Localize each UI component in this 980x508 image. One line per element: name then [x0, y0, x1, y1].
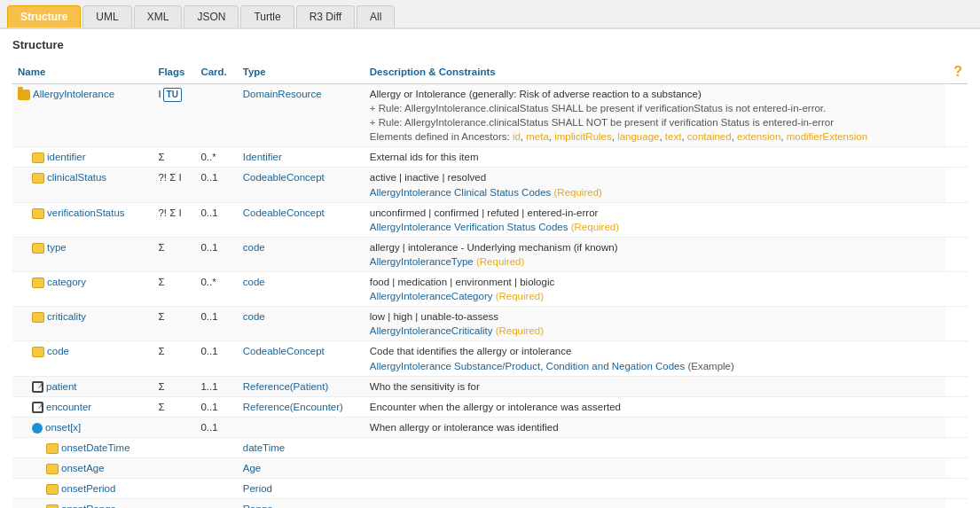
- field-name-link[interactable]: onsetDateTime: [61, 442, 130, 453]
- desc-text: low | high | unable-to-assess: [370, 309, 940, 324]
- table-row: onset[x]0..1When allergy or intolerance …: [12, 417, 968, 437]
- tab-structure[interactable]: Structure: [7, 5, 81, 27]
- ancestor-link[interactable]: language: [617, 131, 659, 142]
- card-cell: [195, 84, 237, 147]
- type-link[interactable]: CodeableConcept: [243, 207, 325, 218]
- col-help[interactable]: ?: [945, 60, 968, 84]
- desc-cell: Encounter when the allergy or intoleranc…: [365, 396, 945, 417]
- type-cell: Identifier: [238, 147, 365, 168]
- ancestor-link[interactable]: implicitRules: [554, 131, 612, 142]
- field-name-link[interactable]: onsetPeriod: [61, 483, 115, 494]
- ancestor-link[interactable]: id: [513, 131, 521, 142]
- type-link[interactable]: code: [243, 311, 265, 322]
- flags-cell: ITU: [153, 84, 195, 147]
- type-cell: dateTime: [238, 437, 365, 457]
- field-name-link[interactable]: identifier: [47, 152, 85, 162]
- ref-icon: ↗: [32, 402, 43, 413]
- flags-cell: [153, 499, 195, 508]
- required-badge: (Required): [568, 222, 620, 232]
- col-name: Name: [12, 60, 153, 84]
- desc-text: unconfirmed | confirmed | refuted | ente…: [370, 206, 940, 220]
- desc-sub: AllergyIntoleranceType (Required): [370, 254, 940, 269]
- desc-cell: [365, 479, 945, 499]
- flags-cell: Σ: [153, 396, 195, 417]
- table-row: ↗patientΣ1..1Reference(Patient)Who the s…: [12, 376, 968, 396]
- desc-cell: [365, 457, 945, 478]
- valueset-link[interactable]: AllergyIntoleranceCriticality: [370, 325, 493, 336]
- field-name-link[interactable]: type: [47, 242, 67, 253]
- element-icon: [46, 484, 59, 495]
- table-row: criticalityΣ0..1codelow | high | unable-…: [12, 307, 968, 341]
- valueset-link[interactable]: AllergyIntolerance Verification Status C…: [370, 222, 568, 232]
- ancestor-link[interactable]: contained: [687, 131, 732, 142]
- valueset-link[interactable]: AllergyIntolerance Clinical Status Codes: [370, 187, 552, 198]
- desc-cell: [365, 499, 945, 508]
- ancestor-link[interactable]: text: [665, 131, 682, 142]
- valueset-link[interactable]: AllergyIntolerance Substance/Product, Co…: [370, 361, 685, 371]
- element-icon: [32, 173, 44, 184]
- card-cell: 0..1: [195, 307, 237, 341]
- desc-cell: active | inactive | resolvedAllergyIntol…: [365, 168, 945, 202]
- col-type: Type: [238, 60, 365, 84]
- type-link[interactable]: Identifier: [243, 152, 282, 162]
- desc-cell: food | medication | environment | biolog…: [365, 272, 945, 307]
- desc-text: Encounter when the allergy or intoleranc…: [370, 400, 940, 414]
- tab-uml[interactable]: UML: [82, 5, 131, 27]
- type-link[interactable]: CodeableConcept: [243, 346, 325, 356]
- ancestor-link[interactable]: extension: [737, 131, 780, 142]
- tab-all[interactable]: All: [357, 5, 395, 27]
- table-row: onsetPeriodPeriod: [12, 479, 968, 499]
- type-link[interactable]: Range: [243, 504, 273, 508]
- card-cell: 0..1: [195, 341, 237, 376]
- type-link[interactable]: dateTime: [243, 442, 286, 453]
- field-name-link[interactable]: onset[x]: [45, 422, 81, 433]
- type-link[interactable]: CodeableConcept: [243, 172, 325, 183]
- type-link[interactable]: code: [243, 277, 265, 287]
- type-link[interactable]: Reference(Patient): [243, 381, 329, 392]
- valueset-link[interactable]: AllergyIntoleranceCategory: [370, 291, 493, 301]
- field-name-link[interactable]: AllergyIntolerance: [33, 89, 114, 99]
- col-desc: Description & Constraints: [365, 60, 945, 84]
- desc-text: allergy | intolerance - Underlying mecha…: [370, 240, 940, 254]
- type-cell: CodeableConcept: [238, 202, 365, 237]
- type-link[interactable]: code: [243, 242, 265, 253]
- desc-cell: low | high | unable-to-assessAllergyInto…: [365, 307, 945, 341]
- ancestor-link[interactable]: modifierExtension: [787, 131, 867, 142]
- desc-extra: + Rule: AllergyIntolerance.clinicalStatu…: [370, 115, 940, 129]
- example-badge: (Example): [685, 361, 734, 371]
- field-name-link[interactable]: category: [47, 277, 86, 287]
- tab-xml[interactable]: XML: [134, 5, 183, 27]
- type-cell: CodeableConcept: [238, 341, 365, 376]
- flags-cell: Σ: [153, 341, 195, 376]
- field-name-link[interactable]: criticality: [47, 311, 86, 322]
- type-link[interactable]: DomainResource: [243, 89, 322, 99]
- tab-bar: Structure UML XML JSON Turtle R3 Diff Al…: [0, 0, 980, 29]
- type-link[interactable]: Age: [243, 463, 261, 473]
- card-cell: [195, 499, 237, 508]
- type-link[interactable]: Period: [243, 483, 272, 494]
- field-name-link[interactable]: encounter: [46, 402, 91, 412]
- ancestor-link[interactable]: meta: [526, 131, 549, 142]
- required-badge: (Required): [474, 256, 525, 267]
- field-name-link[interactable]: onsetAge: [61, 463, 105, 473]
- field-name-link[interactable]: onsetRange: [61, 504, 116, 508]
- valueset-link[interactable]: AllergyIntoleranceType: [370, 256, 474, 267]
- field-name-link[interactable]: verificationStatus: [47, 207, 125, 218]
- field-name-link[interactable]: clinicalStatus: [47, 172, 106, 183]
- flags-cell: ?! Σ I: [153, 202, 195, 237]
- tab-turtle[interactable]: Turtle: [240, 5, 294, 27]
- desc-sub: AllergyIntoleranceCriticality (Required): [370, 324, 940, 338]
- tab-json[interactable]: JSON: [184, 5, 239, 27]
- field-name-link[interactable]: patient: [46, 381, 77, 392]
- flags-cell: Σ: [153, 272, 195, 307]
- card-cell: 0..1: [195, 168, 237, 202]
- desc-cell: External ids for this item: [365, 147, 945, 168]
- desc-text: Who the sensitivity is for: [370, 379, 940, 394]
- card-cell: 0..1: [195, 237, 237, 271]
- desc-cell: When allergy or intolerance was identifi…: [365, 417, 945, 437]
- card-cell: 0..1: [195, 396, 237, 417]
- type-link[interactable]: Reference(Encounter): [243, 402, 343, 412]
- tab-r3diff[interactable]: R3 Diff: [296, 5, 355, 27]
- field-name-link[interactable]: code: [47, 346, 69, 356]
- type-cell: code: [238, 307, 365, 341]
